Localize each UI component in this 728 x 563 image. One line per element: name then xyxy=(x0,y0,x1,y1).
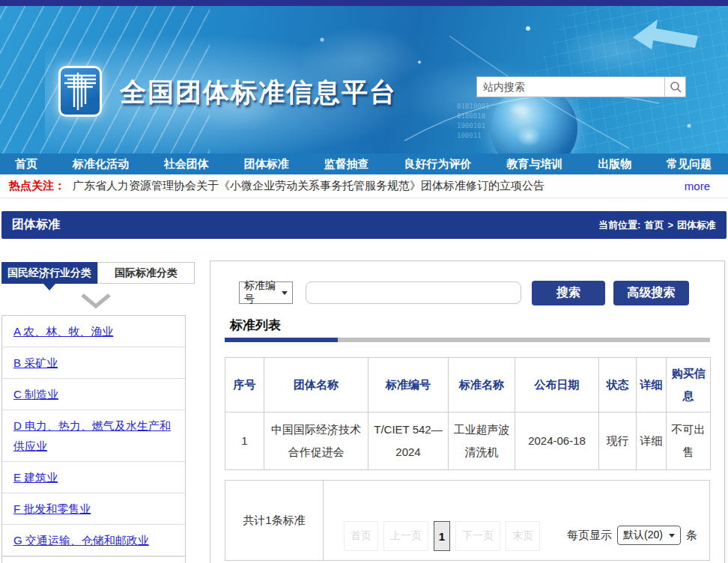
nav-item-supervision[interactable]: 监督抽查 xyxy=(324,157,369,171)
pager: 首页 上一页 1 下一页 末页 xyxy=(344,521,540,551)
category-item-d[interactable]: D 电力、热力、燃气及水生产和供应业 xyxy=(2,410,185,462)
breadcrumb-current[interactable]: 团体标准 xyxy=(677,219,716,232)
search-field-select[interactable]: 标准编号 xyxy=(239,282,293,304)
breadcrumb: 当前位置: 首页 > 团体标准 xyxy=(598,219,716,232)
nav-item-education[interactable]: 教育与培训 xyxy=(506,157,562,171)
standard-query-input[interactable] xyxy=(306,282,521,304)
per-page-selected: 默认(20) xyxy=(623,529,663,542)
news-bar: 热点关注： 广东省人力资源管理协会关于《小微企业劳动关系事务托管服务规范》团体标… xyxy=(0,174,728,198)
chevron-down-icon xyxy=(80,293,112,309)
category-item-g[interactable]: G 交通运输、仓储和邮政业 xyxy=(2,525,185,556)
site-search xyxy=(476,76,686,97)
cell-name: 工业超声波清洗机 xyxy=(449,413,515,470)
table-header-row: 序号 团体名称 标准编号 标准名称 公布日期 状态 详细 购买信息 xyxy=(225,358,711,413)
cell-status: 现行 xyxy=(599,413,637,470)
main-panel: 标准编号 搜索 高级搜索 标准列表 序号 团体名称 标准编号 标准名称 公布日期… xyxy=(210,261,725,563)
search-icon xyxy=(670,81,682,93)
section-title-rule xyxy=(225,338,710,342)
nav-item-standardization-activities[interactable]: 标准化活动 xyxy=(73,157,129,171)
search-button[interactable]: 搜索 xyxy=(532,281,605,305)
cell-purchase-info: 不可出售 xyxy=(667,413,711,470)
cell-date: 2024-06-18 xyxy=(515,413,599,470)
category-item-e[interactable]: E 建筑业 xyxy=(2,462,185,493)
nav-item-group-standards[interactable]: 团体标准 xyxy=(244,157,289,171)
nav-item-faq[interactable]: 常见问题 xyxy=(667,157,712,171)
section-title-rule-accent xyxy=(225,338,338,342)
category-list: A 农、林、牧、渔业 B 采矿业 C 制造业 D 电力、热力、燃气及水生产和供应… xyxy=(1,315,186,563)
category-item-b[interactable]: B 采矿业 xyxy=(2,347,185,379)
nav-item-home[interactable]: 首页 xyxy=(15,157,37,171)
per-page-unit: 条 xyxy=(686,529,697,543)
prev-page-button[interactable]: 上一页 xyxy=(383,521,428,551)
news-label: 热点关注： xyxy=(9,179,65,193)
category-item-partial xyxy=(2,556,185,563)
search-field-selected: 标准编号 xyxy=(244,279,282,306)
chevron-down-icon xyxy=(669,534,675,538)
logo-t-glyph xyxy=(64,73,96,110)
per-page-select[interactable]: 默认(20) xyxy=(617,526,681,545)
main-nav: 首页 标准化活动 社会团体 团体标准 监督抽查 良好行为评价 教育与培训 出版物… xyxy=(0,153,728,174)
site-logo xyxy=(58,66,102,117)
col-name: 标准名称 xyxy=(449,358,515,413)
col-seq: 序号 xyxy=(225,358,264,413)
advanced-search-button[interactable]: 高级搜索 xyxy=(613,281,689,305)
news-link[interactable]: 广东省人力资源管理协会关于《小微企业劳动关系事务托管服务规范》团体标准修订的立项… xyxy=(73,179,545,193)
cell-seq: 1 xyxy=(225,413,264,470)
nav-item-social-groups[interactable]: 社会团体 xyxy=(164,157,209,171)
category-item-c[interactable]: C 制造业 xyxy=(2,379,185,410)
per-page-control: 每页显示 默认(20) 条 xyxy=(567,526,697,545)
col-purchase: 购买信息 xyxy=(667,358,711,413)
active-tab-pointer xyxy=(43,284,55,290)
current-page-button[interactable]: 1 xyxy=(434,521,450,551)
banner: 01010001 0100010 1000101 100011 xyxy=(0,6,728,153)
cell-code: T/CIET 542—2024 xyxy=(368,413,449,470)
section-title: 标准列表 xyxy=(230,317,281,334)
arrow-left-icon xyxy=(633,19,698,49)
col-detail: 详细 xyxy=(637,358,667,413)
col-date: 公布日期 xyxy=(515,358,599,413)
standards-table: 序号 团体名称 标准编号 标准名称 公布日期 状态 详细 购买信息 1 中国国际… xyxy=(225,357,711,470)
category-item-f[interactable]: F 批发和零售业 xyxy=(2,493,185,525)
total-count: 共计1条标准 xyxy=(225,481,324,560)
breadcrumb-separator: > xyxy=(667,219,673,231)
chevron-down-icon xyxy=(282,291,288,295)
table-row: 1 中国国际经济技术合作促进会 T/CIET 542—2024 工业超声波清洗机… xyxy=(225,413,711,470)
last-page-button[interactable]: 末页 xyxy=(506,521,540,551)
pagination-box: 共计1条标准 首页 上一页 1 下一页 末页 每页显示 默认(20) 条 xyxy=(225,480,710,561)
breadcrumb-label: 当前位置: xyxy=(598,219,640,232)
col-status: 状态 xyxy=(599,358,637,413)
per-page-label: 每页显示 xyxy=(567,529,612,543)
nav-item-good-behavior[interactable]: 良好行为评价 xyxy=(404,157,471,171)
col-org: 团体名称 xyxy=(264,358,368,413)
tab-national-economy-classification[interactable]: 国民经济行业分类 xyxy=(1,262,97,284)
first-page-button[interactable]: 首页 xyxy=(344,521,378,551)
site-search-button[interactable] xyxy=(664,77,685,97)
site-title: 全国团体标准信息平台 xyxy=(120,75,397,110)
page-title-bar: 团体标准 当前位置: 首页 > 团体标准 xyxy=(1,211,727,239)
cell-org: 中国国际经济技术合作促进会 xyxy=(264,413,368,470)
nav-item-publications[interactable]: 出版物 xyxy=(598,157,631,171)
site-search-input[interactable] xyxy=(477,77,664,97)
breadcrumb-home-link[interactable]: 首页 xyxy=(644,219,664,232)
page-title: 团体标准 xyxy=(12,217,60,233)
col-code: 标准编号 xyxy=(368,358,449,413)
next-page-button[interactable]: 下一页 xyxy=(455,521,500,551)
news-more-link[interactable]: more xyxy=(685,180,710,192)
tab-international-standard-classification[interactable]: 国际标准分类 xyxy=(97,262,195,284)
detail-link[interactable]: 详细 xyxy=(637,413,667,470)
top-strip xyxy=(0,0,728,6)
page: 01010001 0100010 1000101 100011 xyxy=(0,0,728,563)
category-item-a[interactable]: A 农、林、牧、渔业 xyxy=(2,316,185,347)
